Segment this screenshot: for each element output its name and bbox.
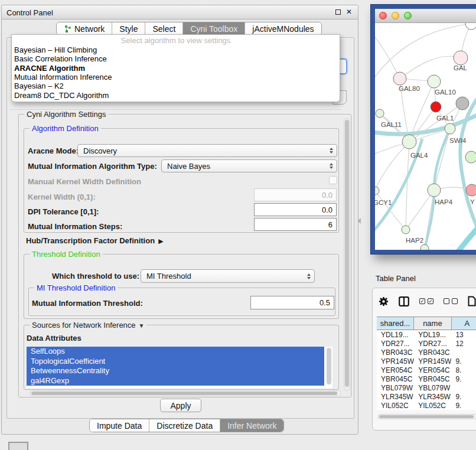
attribute-item-topologicalcoefficient[interactable]: TopologicalCoefficient xyxy=(27,357,324,367)
float-window-icon[interactable] xyxy=(335,9,341,15)
table-row[interactable]: YPR145WYPR145W9. xyxy=(377,357,476,366)
network-node-gal4[interactable] xyxy=(402,135,416,149)
sources-toggle[interactable]: Sources for Network Inference▼ xyxy=(30,321,146,330)
network-node[interactable] xyxy=(465,23,476,30)
kernel-width-label: Kernel Width (0,1): xyxy=(28,193,96,201)
table-row[interactable]: YBR045CYBR045C9. xyxy=(377,374,476,383)
which-threshold-select[interactable]: MI Threshold xyxy=(141,269,315,283)
network-node-hap2[interactable] xyxy=(402,226,410,234)
table-cell: YIL052C xyxy=(377,401,414,410)
network-node[interactable] xyxy=(456,97,469,110)
which-threshold-value: MI Threshold xyxy=(146,272,191,281)
node-label: GAL10 xyxy=(435,89,456,96)
dropdown-prompt: Select algorithm to view settings xyxy=(12,35,340,45)
panel-splitter-arrow[interactable] xyxy=(357,218,361,224)
dpi-tolerance-field[interactable]: 0.0 xyxy=(254,203,337,216)
checked-boxes-icon[interactable]: ✓✓ xyxy=(419,298,433,304)
group-title: MI Threshold Definition xyxy=(34,283,118,292)
table-cell: 12 xyxy=(451,339,476,348)
tab-style[interactable]: Style xyxy=(112,22,145,35)
network-node-gal11[interactable] xyxy=(376,109,384,118)
spinner-arrows-icon xyxy=(330,148,333,154)
aracne-mode-select[interactable]: Discovery xyxy=(77,144,337,157)
table-row[interactable]: YER054CYER054C8. xyxy=(377,366,476,374)
tab-network[interactable]: Network xyxy=(57,22,112,35)
hub-definition-toggle[interactable]: Hub/Transcription Factor Definition▶ xyxy=(26,236,164,245)
column-header-a[interactable]: A xyxy=(452,317,476,330)
list-scrollbar[interactable] xyxy=(327,348,331,384)
table-row[interactable]: YDR27...YDR27...12 xyxy=(377,339,476,348)
document-icon[interactable] xyxy=(468,296,476,306)
control-panel-window: Control Panel ✕ NetworkStyleSelectCyni T… xyxy=(1,5,358,435)
mi-steps-field[interactable]: 6 xyxy=(254,218,337,231)
network-edge xyxy=(451,219,476,250)
aracne-mode-label: Aracne Mode: xyxy=(28,146,79,155)
algorithm-option-mutual-information-inference[interactable]: Mutual Information Inference xyxy=(12,73,340,81)
tab-infer-network[interactable]: Infer Network xyxy=(220,419,283,432)
algorithm-option-aracne-algorithm[interactable]: ARACNE Algorithm xyxy=(12,64,340,73)
settings-horizontal-scrollbar[interactable] xyxy=(30,390,341,396)
network-node-gal[interactable] xyxy=(454,51,468,65)
network-node-swi4[interactable] xyxy=(465,151,476,163)
table-cell: YDL19... xyxy=(414,330,451,339)
settings-vertical-scrollbar[interactable] xyxy=(344,118,350,391)
table-horizontal-scrollbar[interactable] xyxy=(377,414,476,419)
close-traffic-light-icon[interactable] xyxy=(379,12,387,19)
algorithm-option-basic-correlation-inference[interactable]: Basic Correlation Inference xyxy=(12,54,340,63)
table-row[interactable]: YDL19...YDL19...13 xyxy=(377,330,476,339)
table-row[interactable]: YBL079WYBL079W xyxy=(377,383,476,392)
tab-jactivemnodules[interactable]: jActiveMNodules xyxy=(245,22,321,35)
tab-label: Discretize Data xyxy=(157,421,213,431)
attribute-item-selfloops[interactable]: SelfLoops xyxy=(27,347,324,357)
mi-threshold-field[interactable]: 0.5 xyxy=(250,296,334,309)
column-header-shared-[interactable]: shared... xyxy=(377,317,414,330)
network-edge xyxy=(400,56,461,79)
minimize-traffic-light-icon[interactable] xyxy=(392,12,399,19)
group-title: Threshold Definition xyxy=(30,250,103,259)
gear-icon[interactable] xyxy=(379,296,389,306)
tab-discretize-data[interactable]: Discretize Data xyxy=(149,419,220,432)
table-row[interactable]: YLR345WYLR345W9. xyxy=(377,392,476,401)
expand-right-icon: ▶ xyxy=(158,237,163,244)
mi-type-value: Naive Bayes xyxy=(167,162,210,171)
network-node-y[interactable] xyxy=(466,184,476,196)
manual-kernel-checkbox[interactable] xyxy=(329,176,337,184)
tab-impute-data[interactable]: Impute Data xyxy=(90,419,149,432)
algorithm-option-bayesian-k2[interactable]: Bayesian – K2 xyxy=(12,81,340,90)
columns-icon[interactable] xyxy=(399,296,409,306)
apply-button[interactable]: Apply xyxy=(160,399,201,412)
node-label: GAL1 xyxy=(436,115,454,122)
node-table[interactable]: shared...nameA YDL19...YDL19...13YDR27..… xyxy=(377,317,476,410)
unchecked-boxes-icon[interactable] xyxy=(444,298,458,304)
network-node[interactable] xyxy=(431,102,441,112)
network-edge xyxy=(406,142,409,230)
mi-type-select[interactable]: Naive Bayes xyxy=(161,159,337,172)
network-node-gcy1[interactable] xyxy=(375,187,379,195)
column-header-name[interactable]: name xyxy=(414,317,451,330)
table-cell: YIL052C xyxy=(414,401,451,410)
data-attributes-list[interactable]: SelfLoopsTopologicalCoefficientBetweenne… xyxy=(27,347,332,388)
group-title: Algorithm Definition xyxy=(30,124,101,133)
network-node-gal80[interactable] xyxy=(393,72,406,85)
close-icon[interactable]: ✕ xyxy=(346,8,352,16)
network-node-gal10[interactable] xyxy=(428,75,441,88)
attribute-item-gal4rgexp[interactable]: gal4RGexp xyxy=(27,376,324,386)
attribute-item-betweennesscentrality[interactable]: BetweennessCentrality xyxy=(27,366,324,376)
table-cell: YLR345W xyxy=(414,392,451,401)
network-node-hap4[interactable] xyxy=(428,184,441,197)
table-row[interactable]: YBR043CYBR043C xyxy=(377,348,476,357)
table-cell: YBR045C xyxy=(414,374,451,383)
tab-select[interactable]: Select xyxy=(145,22,183,35)
zoom-traffic-light-icon[interactable] xyxy=(404,12,412,19)
algorithm-option-bayesian-hill-climbing[interactable]: Bayesian – Hill Climbing xyxy=(12,45,340,54)
network-node-gal1[interactable] xyxy=(445,123,455,134)
table-cell: YPR145W xyxy=(377,357,414,366)
minimized-panel-fragment[interactable] xyxy=(8,442,28,450)
algorithm-option-dream8-dc-tdc-algorithm[interactable]: Dream8 DC_TDC Algorithm xyxy=(12,91,340,100)
table-row[interactable]: YIL052CYIL052C9. xyxy=(377,401,476,410)
network-canvas[interactable]: GALGAL80GAL10GAL1GAL11GAL4SWI4GCY1HAP4YH… xyxy=(375,23,476,250)
tab-cyni-toolbox[interactable]: Cyni Toolbox xyxy=(183,22,245,35)
kernel-width-field[interactable]: 0.0 xyxy=(254,188,337,201)
network-node[interactable] xyxy=(420,244,429,250)
spinner-arrows-icon xyxy=(307,273,311,279)
